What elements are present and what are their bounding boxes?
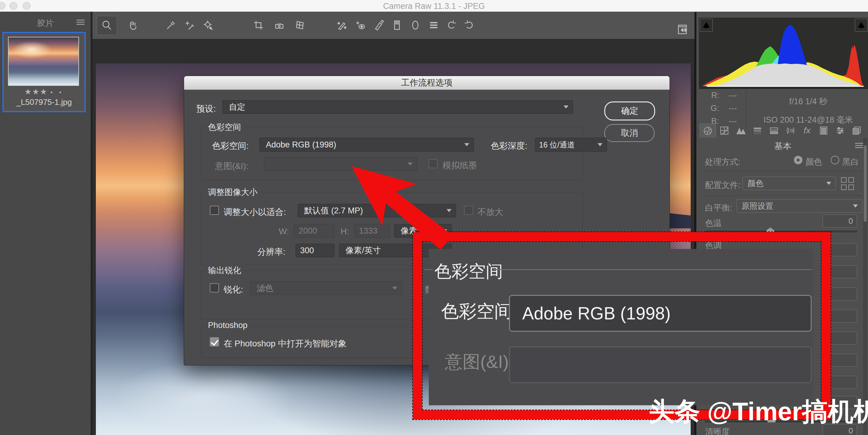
preset-label: 预设: <box>196 103 216 115</box>
g-label: G: <box>711 104 719 113</box>
image-sizing-legend: 调整图像大小 <box>205 187 261 198</box>
chevron-down-icon <box>853 204 858 207</box>
graduated-filter-tool-icon[interactable] <box>387 16 407 34</box>
intent-label: 意图(&I): <box>215 160 248 172</box>
hand-tool-icon[interactable] <box>123 16 143 34</box>
window-titlebar: Camera Raw 11.3.1 - JPEG <box>0 0 868 12</box>
tab-lens-corrections[interactable] <box>782 123 799 138</box>
white-balance-tool-icon[interactable] <box>161 16 181 34</box>
inset-inner-dashed-border <box>422 241 822 410</box>
simulate-paper-ink-label: 模拟纸墨 <box>442 160 477 171</box>
chevron-down-icon <box>392 287 397 290</box>
height-label: H: <box>341 227 349 236</box>
profile-dropdown[interactable]: 颜色 <box>742 177 836 190</box>
radial-filter-tool-icon[interactable] <box>405 16 425 34</box>
basic-menu-icon[interactable] <box>855 142 863 149</box>
color-sampler-tool-icon[interactable] <box>180 16 199 34</box>
chevron-down-icon <box>446 209 452 212</box>
window-title: Camera Raw 11.3.1 - JPEG <box>0 2 868 11</box>
straighten-tool-icon[interactable] <box>270 16 289 34</box>
color-depth-dropdown[interactable]: 16 位/通道 <box>535 138 607 152</box>
color-space-label: 色彩空间: <box>212 140 249 152</box>
targeted-adjustment-tool-icon[interactable] <box>198 16 217 34</box>
spot-removal-tool-icon[interactable] <box>332 16 351 34</box>
shadow-clipping-indicator[interactable] <box>700 19 713 32</box>
color-space-legend: 色彩空间 <box>205 122 244 133</box>
rating-stars[interactable]: ★★★ • • <box>4 87 85 96</box>
toggle-panels-icon[interactable] <box>673 20 692 39</box>
temperature-value[interactable]: 0 <box>823 214 857 228</box>
filmstrip-thumbnail-card[interactable]: ★★★ • • _L507975-1.jpg <box>2 32 86 112</box>
tab-basic[interactable] <box>700 123 716 138</box>
r-value: --- <box>728 91 737 100</box>
g-value: --- <box>728 104 737 113</box>
exif-exposure: f/16 1/4 秒 <box>750 96 866 107</box>
no-enlarge-label: 不放大 <box>477 206 503 218</box>
profile-label: 配置文件: <box>705 180 741 191</box>
resolution-label: 分辨率: <box>257 246 285 258</box>
watermark: 头条 @Timer搞机机 <box>649 394 868 429</box>
divider <box>703 196 863 196</box>
dialog-title[interactable]: 工作流程选项 <box>184 76 670 90</box>
color-space-group: 色彩空间 色彩空间: Adobe RGB (1998) 色彩深度: 16 位/通… <box>201 127 583 180</box>
panel-scrollbar[interactable] <box>863 138 867 435</box>
no-enlarge-checkbox <box>464 206 473 215</box>
chevron-down-icon <box>826 182 831 185</box>
chevron-down-icon <box>597 143 602 146</box>
filmstrip-menu-icon[interactable] <box>76 19 85 26</box>
transform-tool-icon[interactable] <box>290 16 310 34</box>
resize-to-fit-label: 调整大小以适合: <box>224 206 286 218</box>
tab-detail[interactable] <box>733 123 749 138</box>
tab-hsl-grayscale[interactable] <box>749 123 766 138</box>
rotate-left-icon[interactable] <box>442 16 461 34</box>
highlight-clipping-indicator[interactable] <box>855 19 868 32</box>
tab-calibration[interactable] <box>815 123 832 138</box>
thumbnail-filename: _L507975-1.jpg <box>4 97 85 107</box>
ok-button[interactable]: 确定 <box>604 102 655 120</box>
tab-tone-curve[interactable] <box>716 123 733 138</box>
tab-snapshots[interactable] <box>848 123 865 138</box>
scrollbar-thumb[interactable] <box>864 145 867 222</box>
chevron-down-icon <box>563 106 568 109</box>
color-radio[interactable] <box>794 156 802 164</box>
histogram[interactable] <box>699 18 868 89</box>
color-space-dropdown[interactable]: Adobe RGB (1998) <box>259 138 474 152</box>
preset-dropdown[interactable]: 自定 <box>222 100 573 114</box>
open-smart-object-label: 在 Photoshop 中打开为智能对象 <box>224 338 346 349</box>
sharpen-dropdown: 滤色 <box>250 282 402 295</box>
bw-radio-label[interactable]: 黑白 <box>842 156 859 167</box>
sharpen-checkbox[interactable] <box>210 283 219 292</box>
chevron-down-icon <box>464 143 469 146</box>
red-eye-tool-icon[interactable] <box>350 16 370 34</box>
sharpen-label: 锐化: <box>224 284 243 295</box>
cancel-button[interactable]: 取消 <box>604 124 654 142</box>
zoom-tool-icon[interactable] <box>97 16 117 35</box>
white-balance-dropdown[interactable]: 原照设置 <box>736 199 863 213</box>
tab-effects[interactable]: fx <box>799 123 815 138</box>
resize-to-fit-checkbox[interactable] <box>210 206 219 215</box>
divider <box>703 171 863 171</box>
open-smart-object-checkbox[interactable] <box>210 337 219 346</box>
basic-section-header[interactable]: 基本 <box>696 140 868 152</box>
rating-dots: • • <box>51 89 64 96</box>
color-radio-label[interactable]: 颜色 <box>806 156 822 167</box>
simulate-paper-ink-checkbox <box>429 159 438 168</box>
tab-split-toning[interactable] <box>766 123 782 138</box>
resize-fit-dropdown[interactable]: 默认值 (2.7 MP) <box>298 204 456 218</box>
rotate-right-icon[interactable] <box>459 16 479 34</box>
chevron-down-icon <box>408 163 412 166</box>
temperature-label: 色温 <box>705 218 722 229</box>
tab-presets[interactable] <box>832 123 848 138</box>
filmstrip-panel: 胶片 ★★★ • • _L507975-1.jpg <box>0 12 91 435</box>
thumbnail-image <box>8 37 79 86</box>
adjustment-brush-tool-icon[interactable] <box>369 16 389 34</box>
resolution-input[interactable]: 300 <box>296 244 335 257</box>
photoshop-legend: Photoshop <box>205 321 251 330</box>
treatment-label: 处理方式: <box>705 156 741 167</box>
preferences-icon[interactable] <box>424 16 443 34</box>
white-balance-label: 白平衡: <box>705 202 732 213</box>
bw-radio[interactable] <box>831 156 839 164</box>
profile-browser-icon[interactable] <box>841 177 855 191</box>
color-depth-label: 色彩深度: <box>491 140 527 152</box>
crop-tool-icon[interactable] <box>249 16 268 34</box>
